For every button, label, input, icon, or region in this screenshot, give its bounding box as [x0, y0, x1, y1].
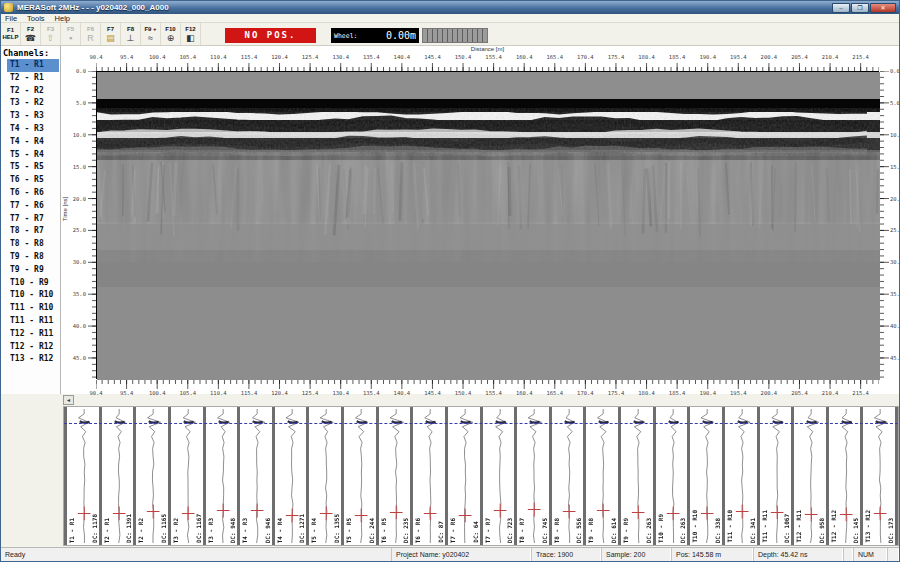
trace-dc-label: DC: 87	[437, 521, 444, 543]
trace-cell[interactable]: T1 - R1DC: 1178	[64, 407, 99, 545]
maximize-button[interactable]: ❐	[851, 3, 869, 13]
toolbar-button-f2[interactable]: F2☎	[21, 23, 41, 45]
trace-dc-label: DC: 244	[368, 518, 375, 543]
trace-channel-label: T10 - R10	[691, 510, 698, 543]
trace-cell[interactable]: T3 - R3DC: 948	[203, 407, 238, 545]
channel-item[interactable]: T11 - R11	[1, 315, 60, 328]
channel-item[interactable]: T5 - R4	[1, 149, 60, 162]
menu-help[interactable]: Help	[55, 14, 70, 23]
trace-cell[interactable]: T6 - R5DC: 235	[376, 407, 411, 545]
main-area: Channels: T1 - R1T2 - R1T2 - R2T3 - R2T3…	[1, 46, 900, 394]
channel-item[interactable]: T9 - R9	[1, 264, 60, 277]
toolbar-button-f10[interactable]: F10⊕	[161, 23, 181, 45]
trace-channel-label: T2 - R2	[137, 518, 144, 543]
toolbar-button-f9[interactable]: F9 +≈	[141, 23, 161, 45]
trace-cell[interactable]: T9 - R8DC: 614	[583, 407, 618, 545]
trace-cell[interactable]: T2 - R1DC: 1391	[99, 407, 134, 545]
channel-item[interactable]: T4 - R3	[1, 123, 60, 136]
toolbar-button-f7[interactable]: F7▤	[101, 23, 121, 45]
channel-item[interactable]: T5 - R5	[1, 161, 60, 174]
time-tick-label: 10.0	[68, 132, 86, 138]
time-axis-right	[880, 71, 889, 379]
trace-dc-label: DC: 64	[472, 521, 479, 543]
distance-tick-label: 185.4	[665, 390, 689, 396]
channel-item[interactable]: T8 - R7	[1, 225, 60, 238]
distance-tick-label: 100.4	[145, 54, 169, 60]
distance-tick-label: 95.4	[115, 390, 139, 396]
channel-item[interactable]: T11 - R10	[1, 302, 60, 315]
distance-tick-label: 155.4	[482, 54, 506, 60]
trace-cell[interactable]: T3 - R2DC: 1167	[168, 407, 203, 545]
trace-cell[interactable]: T8 - R8DC: 556	[549, 407, 584, 545]
channel-item[interactable]: T8 - R8	[1, 238, 60, 251]
trace-cell[interactable]: T4 - R4DC: 1271	[272, 407, 307, 545]
trace-cell[interactable]: T7 - R6DC: 64	[445, 407, 480, 545]
time-tick-label: 45.0	[68, 355, 86, 361]
status-panel: Pos: 145.58 m	[671, 548, 753, 562]
trace-cell[interactable]: T10 - R10DC: 338	[687, 407, 722, 545]
trace-cell[interactable]: T6 - R6DC: 87	[410, 407, 445, 545]
distance-tick-label: 145.4	[420, 54, 444, 60]
channel-item[interactable]: T2 - R2	[1, 85, 60, 98]
toolbar-button-f8[interactable]: F8⊥	[121, 23, 141, 45]
channel-item[interactable]: T12 - R11	[1, 328, 60, 341]
trace-dc-label: DC: 723	[506, 518, 513, 543]
channel-item[interactable]: T13 - R12	[1, 353, 60, 366]
trace-cell[interactable]: T8 - R7DC: 745	[514, 407, 549, 545]
trace-cell[interactable]: T10 - R9DC: 263	[653, 407, 688, 545]
channel-item[interactable]: T6 - R6	[1, 187, 60, 200]
channel-item[interactable]: T4 - R4	[1, 136, 60, 149]
close-button[interactable]: ✕	[870, 3, 896, 13]
distance-tick-label: 130.4	[329, 54, 353, 60]
distance-tick-label: 130.4	[329, 390, 353, 396]
stop-square-icon: ▪	[69, 33, 72, 43]
channel-item[interactable]: T6 - R5	[1, 174, 60, 187]
distance-tick-label: 120.4	[268, 390, 292, 396]
trace-cell[interactable]: T12 - R11DC: 958	[791, 407, 826, 545]
trace-cell[interactable]: T12 - R12DC: 145	[826, 407, 861, 545]
trace-channel-label: T4 - R3	[241, 518, 248, 543]
trace-cell[interactable]: T5 - R5DC: 244	[341, 407, 376, 545]
trace-cell[interactable]: T4 - R3DC: 946	[237, 407, 272, 545]
distance-tick-label: 165.4	[543, 390, 567, 396]
channel-item[interactable]: T1 - R1	[7, 59, 59, 72]
menu-tools[interactable]: Tools	[27, 14, 45, 23]
distance-tick-label: 190.4	[696, 390, 720, 396]
trace-cell[interactable]: T9 - R9DC: 263	[618, 407, 653, 545]
toolbar-button-f1[interactable]: F1HELP	[1, 23, 21, 45]
toolbar-buttons: F1HELPF2☎F3⇧F5▪F6RF7▤F8⊥F9 +≈F10⊕F12◧	[1, 23, 201, 45]
trace-channel-label: T2 - R1	[103, 518, 110, 543]
toolbar-button-f12[interactable]: F12◧	[181, 23, 201, 45]
channel-item[interactable]: T3 - R3	[1, 110, 60, 123]
trace-dc-label: DC: 1271	[298, 514, 305, 543]
trace-cell[interactable]: T5 - R4DC: 1355	[306, 407, 341, 545]
channel-item[interactable]: T10 - R10	[1, 289, 60, 302]
folder-open-icon: ▤	[106, 33, 115, 43]
wheel-value: 0.00m	[386, 30, 416, 41]
radargram-plot[interactable]	[96, 71, 879, 379]
trace-cell[interactable]: T13 - R12DC: 173	[860, 407, 898, 545]
distance-axis-title: Distance [m]	[96, 46, 879, 52]
channel-item[interactable]: T10 - R9	[1, 277, 60, 290]
minimize-button[interactable]: –	[832, 3, 850, 13]
channel-item[interactable]: T7 - R7	[1, 213, 60, 226]
channel-item[interactable]: T9 - R8	[1, 251, 60, 264]
trace-scroll-left-button[interactable]: ◄	[63, 395, 74, 405]
distance-tick-label: 195.4	[726, 54, 750, 60]
signal-meter	[422, 28, 488, 43]
channel-item[interactable]: T7 - R6	[1, 200, 60, 213]
channel-item[interactable]: T3 - R2	[1, 97, 60, 110]
channel-item[interactable]: T12 - R12	[1, 341, 60, 354]
trace-cell[interactable]: T11 - R11DC: 1067	[757, 407, 792, 545]
app-icon	[4, 3, 13, 12]
wiggle-icon: ≈	[148, 33, 153, 43]
trace-cell[interactable]: T7 - R7DC: 723	[480, 407, 515, 545]
channel-item[interactable]: T2 - R1	[1, 72, 60, 85]
trace-dc-label: DC: 1067	[783, 514, 790, 543]
trace-cell[interactable]: T11 - R10DC: 341	[722, 407, 757, 545]
time-tick-label: 20.0	[890, 196, 900, 202]
probe-hook-icon: ☎	[25, 33, 36, 43]
menu-file[interactable]: File	[5, 14, 17, 23]
trace-cell[interactable]: T2 - R2DC: 1165	[133, 407, 168, 545]
distance-tick-label: 200.4	[757, 54, 781, 60]
